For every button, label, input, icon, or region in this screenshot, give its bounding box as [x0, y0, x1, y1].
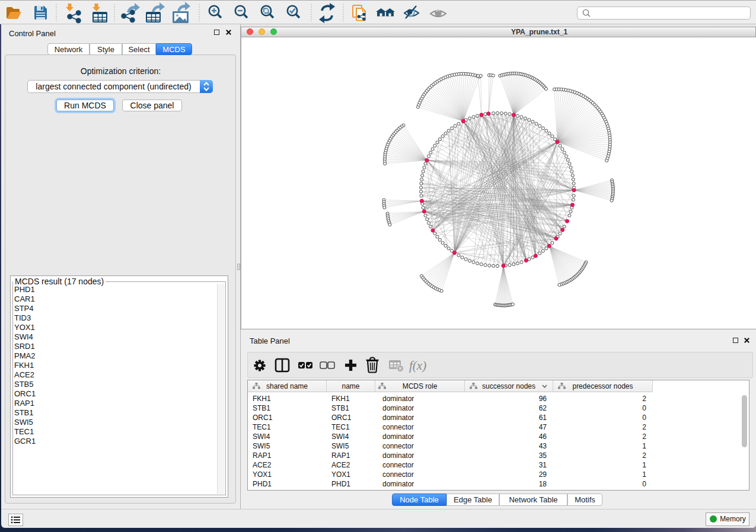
svg-text:f(x): f(x): [409, 358, 426, 373]
